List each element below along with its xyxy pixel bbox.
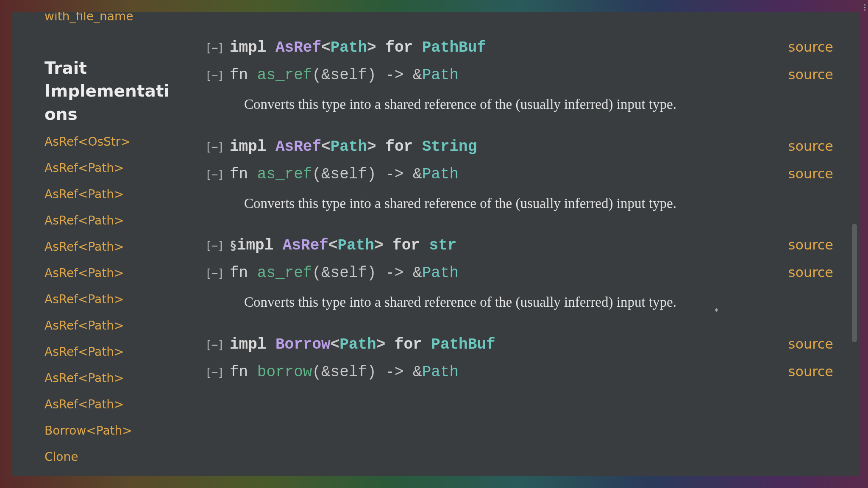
trait-param-type[interactable]: Path [338, 237, 374, 254]
main-content: [−]impl AsRef<Path> for PathBufsource[−]… [184, 12, 860, 476]
impl-keyword: impl [230, 138, 275, 155]
source-link[interactable]: source [788, 264, 833, 280]
impl-block: [−]impl AsRef<Path> for PathBufsource[−]… [205, 39, 833, 115]
for-keyword: for [384, 237, 429, 254]
fn-signature: [−]fn as_ref(&self) -> &Path [205, 67, 459, 84]
trait-param-type[interactable]: Path [339, 336, 376, 353]
sidebar-trait-link[interactable]: AsRef<Path> [45, 346, 171, 358]
source-link[interactable]: source [788, 67, 833, 83]
source-link[interactable]: source [788, 237, 833, 253]
impl-block: [−]§impl AsRef<Path> for strsource[−]fn … [205, 237, 833, 313]
angle-open: < [328, 237, 338, 254]
fn-signature: [−]fn as_ref(&self) -> &Path [205, 264, 459, 282]
angle-open: < [321, 138, 331, 155]
collapse-toggle-icon[interactable]: [−] [205, 42, 224, 54]
impl-signature: [−]impl Borrow<Path> for PathBuf [205, 336, 495, 353]
fn-params: (&self) -> & [312, 67, 422, 84]
impl-keyword: impl [237, 237, 283, 254]
fn-keyword: fn [230, 363, 257, 381]
sidebar-trait-link[interactable]: Borrow<Path> [45, 425, 171, 437]
sidebar: with_file_name Trait Implementations AsR… [12, 12, 184, 476]
sidebar-trait-link[interactable]: AsRef<Path> [45, 189, 171, 200]
fn-doc: Converts this type into a shared referen… [244, 193, 833, 214]
return-type[interactable]: Path [422, 67, 459, 84]
return-type[interactable]: Path [422, 363, 459, 381]
trait-name[interactable]: AsRef [275, 138, 321, 155]
sidebar-trait-link[interactable]: AsRef<Path> [45, 294, 171, 305]
main-scrollbar[interactable] [852, 224, 857, 342]
fn-header: [−]fn as_ref(&self) -> &Pathsource [205, 264, 833, 282]
trait-param-type[interactable]: Path [331, 39, 367, 56]
for-type[interactable]: str [429, 237, 457, 254]
for-keyword: for [376, 138, 422, 155]
impl-header: [−]impl AsRef<Path> for Stringsource [205, 138, 833, 155]
return-type[interactable]: Path [422, 264, 459, 282]
collapse-toggle-icon[interactable]: [−] [205, 141, 224, 153]
fn-params: (&self) -> & [312, 363, 422, 381]
fn-header: [−]fn borrow(&self) -> &Pathsource [205, 363, 833, 381]
sidebar-trait-link[interactable]: AsRef<Path> [45, 241, 171, 253]
window-menu-icon[interactable] [864, 4, 865, 11]
collapse-toggle-icon[interactable]: [−] [205, 69, 224, 82]
impl-signature: [−]impl AsRef<Path> for PathBuf [205, 39, 486, 56]
app-window: with_file_name Trait Implementations AsR… [12, 12, 860, 476]
fn-name[interactable]: as_ref [257, 166, 312, 183]
angle-close: > [374, 237, 384, 254]
impl-block: [−]impl AsRef<Path> for Stringsource[−]f… [205, 138, 833, 214]
source-link[interactable]: source [788, 363, 833, 380]
fn-doc: Converts this type into a shared referen… [244, 94, 833, 115]
impl-signature: [−]§impl AsRef<Path> for str [205, 237, 456, 254]
fn-name[interactable]: as_ref [257, 67, 312, 84]
fn-keyword: fn [230, 67, 257, 84]
collapse-toggle-icon[interactable]: [−] [205, 239, 224, 252]
source-link[interactable]: source [788, 336, 833, 352]
for-type[interactable]: PathBuf [422, 39, 486, 56]
sidebar-trait-link[interactable]: AsRef<Path> [45, 320, 171, 332]
angle-open: < [321, 39, 331, 56]
sidebar-heading-trait-implementations: Trait Implementations [45, 57, 171, 126]
trait-name[interactable]: AsRef [275, 39, 321, 56]
section-mark-icon[interactable]: § [230, 238, 237, 252]
sidebar-trait-link[interactable]: AsRef<Path> [45, 372, 171, 384]
impl-signature: [−]impl AsRef<Path> for String [205, 138, 477, 155]
mouse-cursor-icon: ⌖ [715, 306, 720, 313]
for-keyword: for [385, 336, 431, 353]
fn-keyword: fn [230, 166, 257, 183]
impl-header: [−]impl AsRef<Path> for PathBufsource [205, 39, 833, 56]
sidebar-trait-link[interactable]: AsRef<Path> [45, 162, 171, 174]
fn-params: (&self) -> & [312, 166, 422, 183]
trait-param-type[interactable]: Path [331, 138, 367, 155]
sidebar-trait-link[interactable]: AsRef<Path> [45, 215, 171, 227]
source-link[interactable]: source [788, 138, 833, 154]
return-type[interactable]: Path [422, 166, 459, 183]
sidebar-link-truncated[interactable]: with_file_name [45, 12, 171, 24]
source-link[interactable]: source [788, 166, 833, 182]
trait-name[interactable]: AsRef [283, 237, 328, 254]
fn-header: [−]fn as_ref(&self) -> &Pathsource [205, 67, 833, 84]
angle-close: > [367, 39, 376, 56]
angle-close: > [367, 138, 376, 155]
trait-name[interactable]: Borrow [275, 336, 331, 353]
collapse-toggle-icon[interactable]: [−] [205, 267, 224, 280]
for-type[interactable]: String [422, 138, 477, 155]
for-keyword: for [376, 39, 422, 56]
for-type[interactable]: PathBuf [431, 336, 495, 353]
fn-signature: [−]fn borrow(&self) -> &Path [205, 363, 459, 381]
sidebar-trait-link[interactable]: AsRef<OsStr> [45, 136, 171, 148]
source-link[interactable]: source [788, 39, 833, 55]
collapse-toggle-icon[interactable]: [−] [205, 168, 224, 181]
impl-header: [−]impl Borrow<Path> for PathBufsource [205, 336, 833, 353]
fn-keyword: fn [230, 264, 257, 282]
fn-name[interactable]: borrow [257, 363, 312, 381]
sidebar-trait-link[interactable]: AsRef<Path> [45, 267, 171, 279]
fn-name[interactable]: as_ref [257, 264, 312, 282]
fn-header: [−]fn as_ref(&self) -> &Pathsource [205, 166, 833, 183]
collapse-toggle-icon[interactable]: [−] [205, 366, 224, 379]
impl-keyword: impl [230, 39, 275, 56]
sidebar-trait-link[interactable]: AsRef<Path> [45, 399, 171, 410]
collapse-toggle-icon[interactable]: [−] [205, 338, 224, 351]
fn-doc: Converts this type into a shared referen… [244, 292, 833, 313]
sidebar-trait-link[interactable]: Clone [45, 451, 171, 463]
angle-close: > [376, 336, 386, 353]
fn-params: (&self) -> & [312, 264, 422, 282]
